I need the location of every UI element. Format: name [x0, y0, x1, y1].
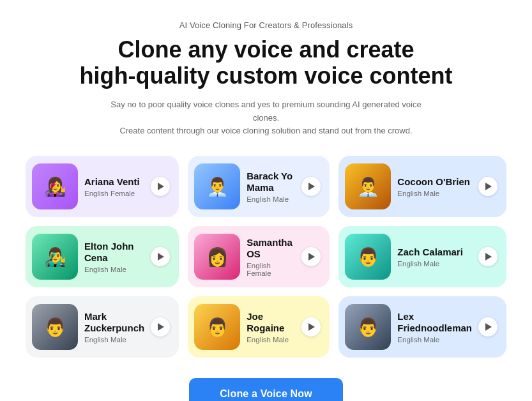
play-button-7[interactable]: [151, 317, 170, 337]
voice-info-4: Elton John Cena English Male: [84, 241, 144, 273]
voice-info-7: Mark Zuckerpunch English Male: [84, 311, 144, 344]
clone-voice-button[interactable]: Clone a Voice Now: [189, 378, 343, 401]
play-button-8[interactable]: [301, 317, 321, 337]
headline: Clone any voice and create high-quality …: [79, 36, 452, 89]
voice-card-4: 👨‍🎤 Elton John Cena English Male: [26, 226, 179, 287]
play-button-6[interactable]: [478, 247, 498, 266]
play-icon-1: [158, 183, 164, 190]
avatar-9: 👨: [345, 304, 391, 350]
play-button-9[interactable]: [478, 317, 498, 337]
play-button-1[interactable]: [151, 177, 170, 196]
voice-name-9: Lex Friednoodleman: [397, 311, 472, 334]
voice-name-6: Zach Calamari: [397, 246, 472, 258]
avatar-5: 👩: [194, 234, 240, 280]
voice-card-9: 👨 Lex Friednoodleman English Male: [338, 296, 506, 358]
voice-card-7: 👨 Mark Zuckerpunch English Male: [26, 296, 179, 358]
play-button-4[interactable]: [151, 247, 170, 266]
voice-meta-8: English Male: [247, 336, 295, 344]
voice-meta-5: English Female: [247, 262, 295, 277]
voice-info-2: Barack Yo Mama English Male: [247, 170, 295, 203]
voice-card-3: 👨‍💼 Cocoon O'Brien English Male: [338, 156, 506, 217]
avatar-4: 👨‍🎤: [32, 234, 78, 280]
page-container: AI Voice Cloning For Creators & Professi…: [0, 0, 532, 401]
voice-info-1: Ariana Venti English Female: [84, 176, 144, 197]
voice-meta-4: English Male: [84, 266, 144, 273]
avatar-6: 👨: [345, 234, 391, 280]
voice-name-2: Barack Yo Mama: [247, 170, 295, 193]
voice-card-1: 👩‍🎤 Ariana Venti English Female: [26, 156, 179, 217]
avatar-8: 👨: [194, 304, 240, 350]
voice-name-1: Ariana Venti: [84, 176, 144, 188]
voice-card-5: 👩 Samantha OS English Female: [188, 226, 330, 287]
voice-info-9: Lex Friednoodleman English Male: [397, 311, 472, 344]
avatar-1: 👩‍🎤: [32, 163, 78, 209]
voice-meta-1: English Female: [84, 190, 144, 197]
play-button-2[interactable]: [301, 177, 321, 196]
voice-grid: 👩‍🎤 Ariana Venti English Female 👨‍💼 Bara…: [26, 156, 506, 358]
play-icon-4: [158, 253, 164, 261]
voice-meta-3: English Male: [397, 190, 472, 197]
play-button-5[interactable]: [301, 247, 321, 266]
voice-meta-9: English Male: [397, 336, 472, 344]
voice-info-6: Zach Calamari English Male: [397, 246, 472, 268]
voice-name-8: Joe Rogaine: [247, 311, 295, 334]
voice-info-3: Cocoon O'Brien English Male: [397, 176, 472, 197]
subtext: Say no to poor quality voice clones and …: [100, 98, 432, 138]
voice-meta-2: English Male: [247, 195, 295, 203]
avatar-3: 👨‍💼: [345, 163, 391, 209]
voice-name-3: Cocoon O'Brien: [397, 176, 472, 188]
voice-name-4: Elton John Cena: [84, 241, 144, 264]
tagline: AI Voice Cloning For Creators & Professi…: [179, 20, 353, 30]
play-icon-9: [485, 323, 492, 331]
play-icon-6: [485, 253, 492, 261]
voice-info-8: Joe Rogaine English Male: [247, 311, 295, 344]
voice-name-7: Mark Zuckerpunch: [84, 311, 144, 334]
voice-name-5: Samantha OS: [247, 237, 295, 260]
voice-card-2: 👨‍💼 Barack Yo Mama English Male: [188, 156, 330, 217]
voice-meta-6: English Male: [397, 260, 472, 268]
avatar-7: 👨: [32, 304, 78, 350]
play-button-3[interactable]: [478, 177, 498, 196]
play-icon-7: [158, 323, 164, 331]
play-icon-8: [308, 323, 315, 331]
play-icon-2: [308, 183, 315, 190]
voice-card-8: 👨 Joe Rogaine English Male: [188, 296, 330, 358]
avatar-2: 👨‍💼: [194, 163, 240, 209]
voice-card-6: 👨 Zach Calamari English Male: [338, 226, 506, 287]
voice-meta-7: English Male: [84, 336, 144, 344]
voice-info-5: Samantha OS English Female: [247, 237, 295, 277]
play-icon-3: [485, 183, 492, 190]
play-icon-5: [308, 253, 315, 261]
